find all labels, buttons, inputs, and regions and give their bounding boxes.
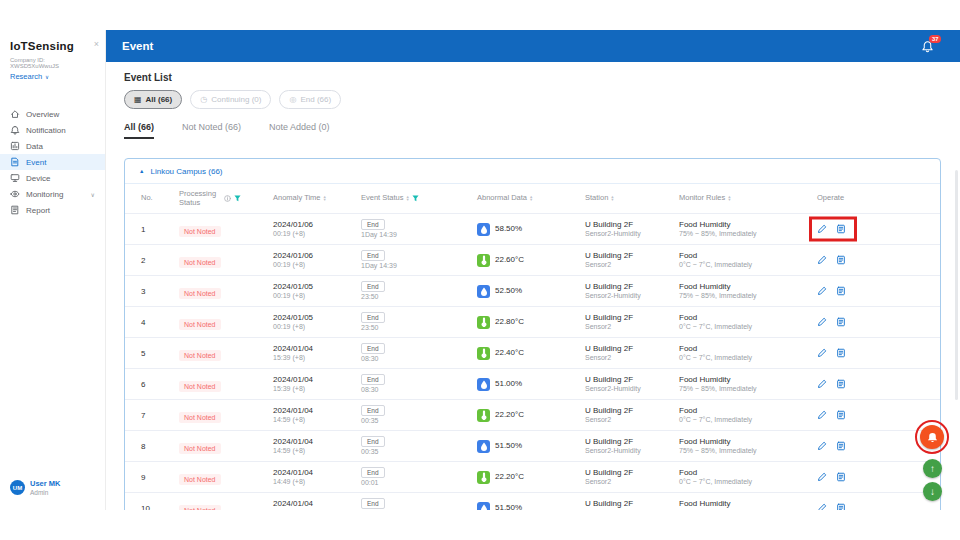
edit-note-icon[interactable] <box>817 472 827 482</box>
event-detail-icon[interactable] <box>836 255 846 265</box>
edit-note-icon[interactable] <box>817 503 827 510</box>
event-duration: 1Day 14:39 <box>361 262 397 270</box>
sort-icon: ▴▾ <box>324 196 326 202</box>
tab-note-added[interactable]: Note Added (0) <box>269 122 330 139</box>
filter-continuing-button[interactable]: ◷ Continuing (0) <box>190 90 271 109</box>
operate-cell <box>817 472 932 482</box>
info-icon[interactable] <box>224 195 231 202</box>
table-row[interactable]: 8 Not Noted 2024/01/04 14:59 (+8) End 00… <box>125 431 940 462</box>
sidebar-item-overview[interactable]: Overview <box>0 106 105 122</box>
station-name: U Building 2F <box>585 499 633 508</box>
column-station[interactable]: Station ▴▾ <box>585 194 679 203</box>
processing-status-badge: Not Noted <box>179 257 221 268</box>
humidity-icon <box>477 285 490 298</box>
processing-status-badge: Not Noted <box>179 381 221 392</box>
edit-note-icon[interactable] <box>817 410 827 420</box>
sidebar-item-label: Overview <box>26 110 59 119</box>
edit-note-icon[interactable] <box>817 286 827 296</box>
alarm-button[interactable] <box>920 425 944 449</box>
sidebar-item-notification[interactable]: Notification <box>0 122 105 138</box>
abnormal-value: 22.40°C <box>495 348 524 357</box>
sidebar-item-data[interactable]: Data <box>0 138 105 154</box>
column-event-status[interactable]: Event Status ▴▾ <box>361 194 477 203</box>
rule-name: Food Humidity <box>679 499 731 508</box>
column-anomaly-time[interactable]: Anomaly Time ▴▾ <box>273 194 361 203</box>
rule-detail: 75% ~ 85%, Immediately <box>679 385 757 393</box>
table-row[interactable]: 7 Not Noted 2024/01/04 14:59 (+8) End 00… <box>125 400 940 431</box>
sidebar-item-report[interactable]: Report <box>0 202 105 218</box>
sort-down-icon: ▾ <box>728 199 730 202</box>
table-row[interactable]: 3 Not Noted 2024/01/05 00:19 (+8) End 23… <box>125 276 940 307</box>
processing-status-badge: Not Noted <box>179 288 221 299</box>
event-detail-icon[interactable] <box>836 472 846 482</box>
abnormal-value: 22.80°C <box>495 317 524 326</box>
sort-down-icon: ▾ <box>611 199 613 202</box>
filter-funnel-icon[interactable] <box>412 195 419 202</box>
user-profile[interactable]: UM User MK Admin <box>10 479 60 496</box>
sidebar-item-device[interactable]: Device <box>0 170 105 186</box>
event-detail-icon[interactable] <box>836 379 846 389</box>
filter-label: All (66) <box>146 95 173 104</box>
filter-funnel-icon[interactable] <box>234 195 241 202</box>
event-detail-icon[interactable] <box>836 348 846 358</box>
station-name: U Building 2F <box>585 437 633 446</box>
scroll-top-button[interactable]: ↑ <box>923 459 942 478</box>
rule-name: Food Humidity <box>679 437 731 446</box>
notification-bell-icon[interactable]: 37 <box>921 40 934 53</box>
scrollbar[interactable] <box>955 170 958 400</box>
event-detail-icon[interactable] <box>836 503 846 510</box>
sort-down-icon: ▾ <box>324 199 326 202</box>
edit-note-icon[interactable] <box>817 441 827 451</box>
column-monitor-rules[interactable]: Monitor Rules ▴▾ <box>679 194 817 203</box>
event-detail-icon[interactable] <box>836 224 846 234</box>
workspace-selector[interactable]: Research ∨ <box>0 69 105 84</box>
tab-not-noted[interactable]: Not Noted (66) <box>182 122 241 139</box>
temperature-icon <box>477 471 490 484</box>
column-abnormal-data[interactable]: Abnormal Data ▴▾ <box>477 194 585 203</box>
rule-name: Food <box>679 406 697 415</box>
export-button[interactable]: ↓ <box>923 482 942 501</box>
group-header[interactable]: ▲ Linkou Campus (66) <box>125 159 940 184</box>
filter-all-button[interactable]: ▦ All (66) <box>124 90 182 109</box>
tab-all[interactable]: All (66) <box>124 122 154 139</box>
table-row[interactable]: 9 Not Noted 2024/01/04 14:49 (+8) End 00… <box>125 462 940 493</box>
table-row[interactable]: 4 Not Noted 2024/01/05 00:19 (+8) End 23… <box>125 307 940 338</box>
event-detail-icon[interactable] <box>836 317 846 327</box>
row-number: 4 <box>141 318 179 327</box>
edit-note-icon[interactable] <box>817 348 827 358</box>
sidebar-item-label: Report <box>26 206 50 215</box>
row-number: 3 <box>141 287 179 296</box>
event-status-badge: End <box>361 250 385 261</box>
table-row[interactable]: 2 Not Noted 2024/01/06 00:19 (+8) End 1D… <box>125 245 940 276</box>
anomaly-date: 2024/01/04 <box>273 375 313 384</box>
humidity-icon <box>477 502 490 511</box>
grid-icon: ▦ <box>134 96 142 104</box>
table-row[interactable]: 10 Not Noted 2024/01/04 End 51.50% U Bui… <box>125 493 940 510</box>
abnormal-value: 51.00% <box>495 379 522 388</box>
table-row[interactable]: 1 Not Noted 2024/01/06 00:19 (+8) End 1D… <box>125 214 940 245</box>
sidebar-item-monitoring[interactable]: Monitoring∨ <box>0 186 105 202</box>
sidebar-item-event[interactable]: Event <box>0 154 105 170</box>
close-icon[interactable]: × <box>94 40 99 49</box>
abnormal-value: 58.50% <box>495 224 522 233</box>
sort-icon: ▴▾ <box>407 196 409 202</box>
table-row[interactable]: 5 Not Noted 2024/01/04 15:39 (+8) End 08… <box>125 338 940 369</box>
event-detail-icon[interactable] <box>836 410 846 420</box>
edit-note-icon[interactable] <box>817 379 827 389</box>
edit-note-icon[interactable] <box>817 317 827 327</box>
rule-name: Food Humidity <box>679 375 731 384</box>
table-row[interactable]: 6 Not Noted 2024/01/04 15:39 (+8) End 08… <box>125 369 940 400</box>
chevron-down-icon: ∨ <box>45 74 49 80</box>
humidity-icon <box>477 378 490 391</box>
event-status-badge: End <box>361 312 385 323</box>
event-detail-icon[interactable] <box>836 286 846 296</box>
row-number: 10 <box>141 504 179 511</box>
event-detail-icon[interactable] <box>836 441 846 451</box>
rule-detail: 75% ~ 85%, Immediately <box>679 447 757 455</box>
filter-end-button[interactable]: ◎ End (66) <box>279 90 341 109</box>
rule-name: Food Humidity <box>679 220 731 229</box>
edit-note-icon[interactable] <box>817 224 827 234</box>
event-table-body: 1 Not Noted 2024/01/06 00:19 (+8) End 1D… <box>125 214 940 510</box>
rule-detail: 0°C ~ 7°C, Immediately <box>679 323 752 331</box>
edit-note-icon[interactable] <box>817 255 827 265</box>
